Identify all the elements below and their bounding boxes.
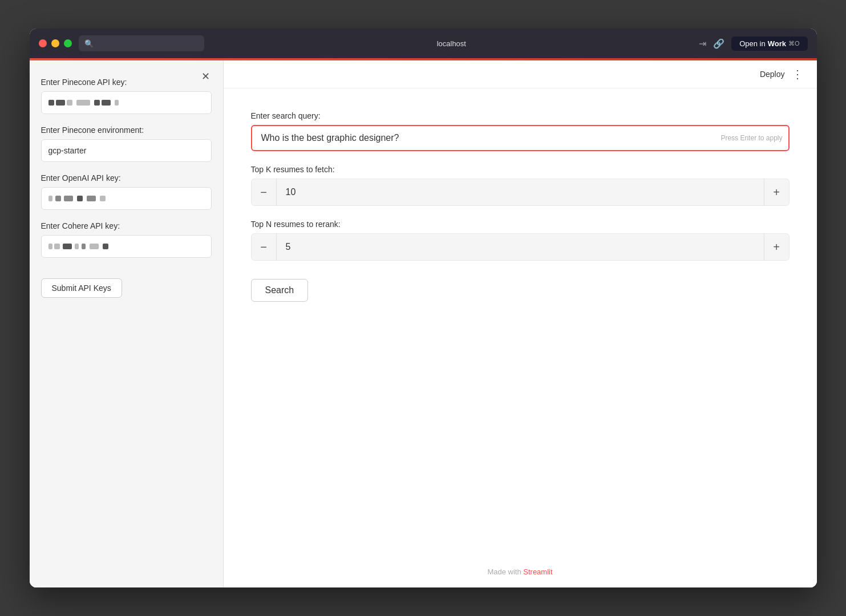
cohere-api-input[interactable] <box>41 235 212 258</box>
pinecone-api-label: Enter Pinecone API key: <box>41 78 212 87</box>
cohere-api-field-group: Enter Cohere API key: <box>41 221 212 258</box>
menu-dots-icon[interactable]: ⋮ <box>792 67 803 81</box>
openai-api-label: Enter OpenAI API key: <box>41 173 212 183</box>
search-button[interactable]: Search <box>251 279 309 302</box>
cohere-api-label: Enter Cohere API key: <box>41 221 212 230</box>
link-icon[interactable]: 🔗 <box>713 38 724 49</box>
keyboard-shortcut: ⌘O <box>788 40 800 47</box>
search-query-input[interactable] <box>251 125 790 151</box>
pinecone-api-input[interactable] <box>41 91 212 114</box>
title-bar-right: ⇥ 🔗 Open in Work ⌘O <box>699 37 807 51</box>
sidebar: ✕ Enter Pinecone API key: <box>30 60 224 587</box>
pinecone-api-masked <box>48 100 119 106</box>
footer: Made with Streamlit <box>224 556 817 587</box>
deploy-button[interactable]: Deploy <box>760 70 785 79</box>
submit-api-keys-button[interactable]: Submit API Keys <box>41 278 122 298</box>
minimize-traffic-light[interactable] <box>51 39 59 47</box>
pinecone-env-input[interactable] <box>41 139 212 162</box>
pinecone-env-field-group: Enter Pinecone environment: <box>41 125 212 162</box>
open-in-work-prefix: Open in <box>739 39 766 48</box>
top-k-label: Top K resumes to fetch: <box>251 165 790 174</box>
title-bar-center: localhost <box>211 39 693 48</box>
top-k-group: Top K resumes to fetch: − 10 + <box>251 165 790 206</box>
address-bar[interactable]: 🔍 <box>79 35 204 51</box>
top-k-increment-button[interactable]: + <box>764 179 789 206</box>
main-header: Deploy ⋮ <box>224 60 817 88</box>
main-content: Deploy ⋮ Enter search query: Press Enter… <box>224 60 817 587</box>
cohere-api-masked <box>48 244 108 249</box>
url-display: localhost <box>437 39 466 48</box>
maximize-traffic-light[interactable] <box>64 39 72 47</box>
top-n-label: Top N resumes to rerank: <box>251 220 790 229</box>
openai-api-field-group: Enter OpenAI API key: <box>41 173 212 210</box>
top-k-value: 10 <box>277 187 764 197</box>
top-n-group: Top N resumes to rerank: − 5 + <box>251 220 790 261</box>
search-input-wrapper: Press Enter to apply <box>251 125 790 151</box>
open-in-work-button[interactable]: Open in Work ⌘O <box>731 37 807 51</box>
close-traffic-light[interactable] <box>39 39 47 47</box>
top-n-control: − 5 + <box>251 233 790 261</box>
footer-text: Made with <box>487 568 521 576</box>
top-n-decrement-button[interactable]: − <box>252 233 277 261</box>
top-k-control: − 10 + <box>251 179 790 206</box>
search-query-label: Enter search query: <box>251 111 790 120</box>
pinecone-env-label: Enter Pinecone environment: <box>41 125 212 135</box>
search-query-group: Enter search query: Press Enter to apply <box>251 111 790 151</box>
openai-api-masked <box>48 196 106 201</box>
main-body: Enter search query: Press Enter to apply… <box>224 88 817 556</box>
top-n-increment-button[interactable]: + <box>764 233 789 261</box>
openai-api-input[interactable] <box>41 187 212 210</box>
top-n-value: 5 <box>277 242 764 252</box>
browser-window: 🔍 localhost ⇥ 🔗 Open in Work ⌘O ✕ Enter … <box>30 29 817 587</box>
close-sidebar-button[interactable]: ✕ <box>198 68 214 84</box>
app-container: ✕ Enter Pinecone API key: <box>30 60 817 587</box>
top-k-decrement-button[interactable]: − <box>252 179 277 206</box>
title-bar: 🔍 localhost ⇥ 🔗 Open in Work ⌘O <box>30 29 817 58</box>
traffic-lights <box>39 39 72 47</box>
share-icon[interactable]: ⇥ <box>699 38 706 49</box>
footer-link[interactable]: Streamlit <box>523 568 552 576</box>
search-icon: 🔍 <box>84 39 94 48</box>
pinecone-api-field-group: Enter Pinecone API key: <box>41 78 212 114</box>
open-in-work-bold: Work <box>768 39 786 48</box>
